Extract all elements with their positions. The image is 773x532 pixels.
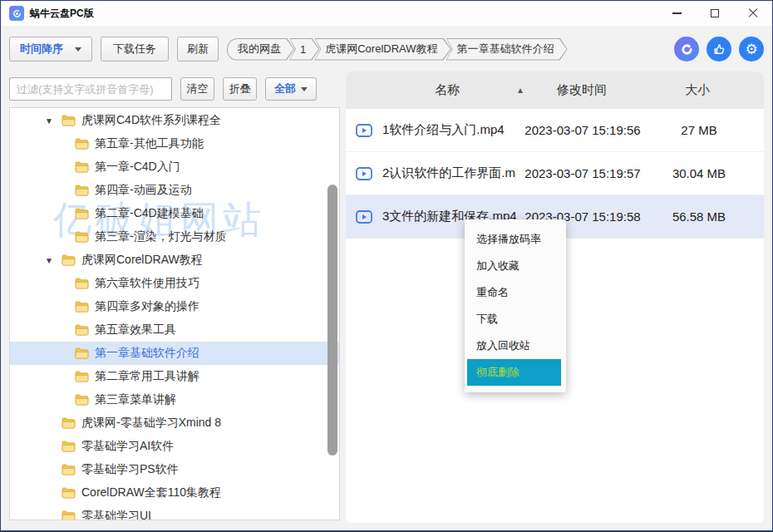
context-menu: 选择播放码率加入收藏重命名下载放入回收站彻底删除 [465,219,566,392]
video-file-icon [346,124,382,137]
video-file-icon [346,167,382,180]
folder-icon [62,487,76,499]
tree-item[interactable]: ▼ 零基础学习UI [10,505,339,520]
tree-item[interactable]: ▼ 零基础学习PS软件 [10,458,339,481]
tree-item[interactable]: ▼ 第一章-C4D入门 [10,155,339,179]
maximize-icon [711,9,719,17]
tree-item[interactable]: ▼ 第四章多对象的操作 [10,295,339,318]
filter-type-dropdown[interactable]: 全部 [265,77,317,101]
expand-arrow-icon[interactable]: ▼ [45,116,53,126]
gear-icon[interactable]: ⚙ [739,37,764,62]
folder-icon [75,161,89,173]
minimize-icon [672,12,682,14]
folder-icon [75,185,89,196]
clear-button[interactable]: 清空 [180,77,214,101]
tree-item[interactable]: ▼ 第一章基础软件介绍 [10,342,339,365]
file-size: 27 MB [649,123,764,137]
tree-item[interactable]: ▼ 第五章效果工具 [10,318,339,342]
folder-icon [75,394,89,406]
tree-item[interactable]: ▼ 第二章-C4D建模基础 [10,202,339,225]
context-menu-item[interactable]: 放入回收站 [465,332,566,359]
app-window: 蜗牛云盘PC版 时间降序 下载任务 刷新 我的网盘1虎课网CorelDRAW教程… [0,0,773,532]
tree-item-label: 第三章-渲染，灯光与材质 [95,229,227,244]
folder-tree: ▼ 虎课网C4D软件系列课程全 ▼ 第五章-其他工具功能 ▼ 第一章-C4D入门 [10,108,339,520]
scrollbar[interactable] [327,185,337,456]
tree-item[interactable]: ▼ 第六章软件使用技巧 [10,272,339,295]
filter-type-label: 全部 [274,81,296,96]
app-logo-icon [9,6,24,21]
tree-item[interactable]: ▼ 第四章-动画及运动 [10,179,339,202]
file-size: 56.58 MB [649,209,764,224]
sort-ascending-icon: ▲ [516,86,524,95]
tree-item[interactable]: ▼ 虎课网CorelDRAW教程 [10,249,339,272]
folder-icon [62,464,76,475]
tree-item[interactable]: ▼ CorelDRAW全套110集教程 [10,481,339,505]
tree-item-label: 第四章-动画及运动 [95,183,192,198]
table-header: 名称 ▲ 修改时间 大小 [346,71,764,109]
sync-icon[interactable] [674,37,699,62]
thumbs-up-icon[interactable] [707,37,731,62]
folder-icon [75,324,89,336]
refresh-button[interactable]: 刷新 [177,37,219,62]
column-header-name[interactable]: 名称 [346,82,515,98]
maximize-button[interactable] [696,1,734,26]
folder-icon [62,254,76,266]
context-menu-item[interactable]: 下载 [465,306,566,332]
tree-item[interactable]: ▼ 零基础学习AI软件 [10,435,339,458]
tree-item-label: 第二章-C4D建模基础 [95,206,204,221]
tree-item-label: 第五章-其他工具功能 [95,136,204,151]
file-row[interactable]: 1软件介绍与入门.mp4 2023-03-07 15:19:56 27 MB [346,109,764,152]
breadcrumb-item[interactable]: 虎课网CorelDRAW教程 [314,38,451,61]
tree-item-label: 零基础学习AI软件 [81,439,174,454]
breadcrumb-item[interactable]: 第一章基础软件介绍 [446,38,568,61]
file-modified-time: 2023-03-07 15:19:57 [516,166,649,180]
sort-order-dropdown[interactable]: 时间降序 [9,37,92,62]
tree-item[interactable]: ▼ 虎课网-零基础学习Xmind 8 [10,411,339,435]
context-menu-item[interactable]: 加入收藏 [465,253,566,279]
tree-item[interactable]: ▼ 第三章菜单讲解 [10,388,339,411]
tree-item[interactable]: ▼ 第三章-渲染，灯光与材质 [10,225,339,249]
tree-item-label: 第三章菜单讲解 [95,392,176,407]
file-row[interactable]: 2认识软件的工作界面.mp4 2023-03-07 15:19:57 30.04… [346,152,764,195]
tree-item[interactable]: ▼ 第五章-其他工具功能 [10,132,339,155]
tree-item-label: 第五章效果工具 [95,323,176,337]
tree-item-label: 第一章基础软件介绍 [95,346,199,361]
tree-item[interactable]: ▼ 第二章常用工具讲解 [10,365,339,388]
window-controls [657,1,772,26]
title-bar: 蜗牛云盘PC版 [1,1,772,26]
folder-icon [75,278,89,289]
tree-item-label: 虎课网-零基础学习Xmind 8 [81,416,221,431]
column-header-modified[interactable]: 修改时间 [515,82,647,98]
window-title: 蜗牛云盘PC版 [30,7,94,21]
toolbar-icons: ⚙ [674,37,764,62]
filter-row: 清空 折叠 全部 [9,77,340,101]
folder-icon [75,138,89,150]
close-icon [748,8,758,18]
folder-icon [75,208,89,219]
scrollbar-thumb[interactable] [327,185,337,456]
folder-icon [75,301,89,313]
context-menu-item[interactable]: 重命名 [465,279,566,306]
minimize-button[interactable] [657,1,696,26]
folder-icon [75,371,89,382]
tree-item[interactable]: ▼ 虎课网C4D软件系列课程全 [10,109,339,132]
breadcrumb: 我的网盘1虎课网CorelDRAW教程第一章基础软件介绍 [227,38,563,61]
tree-item-label: 第四章多对象的操作 [95,299,199,314]
column-header-size[interactable]: 大小 [648,82,764,98]
folder-icon [75,347,89,359]
tree-item-label: CorelDRAW全套110集教程 [81,485,221,500]
folder-icon [62,417,76,429]
tree-item-label: 零基础学习PS软件 [81,462,179,477]
collapse-button[interactable]: 折叠 [223,77,257,101]
tree-item-label: 第一章-C4D入门 [95,160,180,175]
video-file-icon [346,210,382,224]
download-tasks-button[interactable]: 下载任务 [101,37,169,62]
filter-input[interactable] [9,77,172,101]
file-modified-time: 2023-03-07 15:19:56 [516,123,649,137]
close-button[interactable] [734,1,772,26]
expand-arrow-icon[interactable]: ▼ [45,256,53,265]
context-menu-item[interactable]: 选择播放码率 [465,226,566,253]
file-name: 1软件介绍与入门.mp4 [382,122,516,138]
context-menu-item[interactable]: 彻底删除 [467,359,561,386]
breadcrumb-item[interactable]: 我的网盘 [227,38,294,61]
